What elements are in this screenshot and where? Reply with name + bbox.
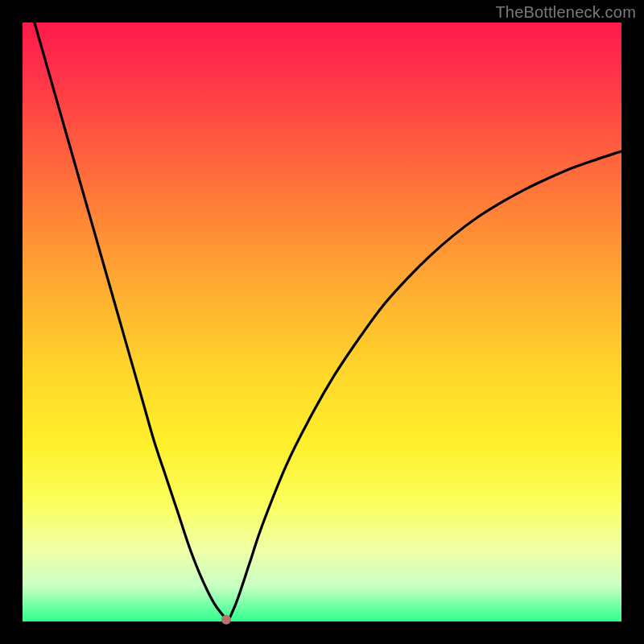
minimum-marker xyxy=(221,615,231,625)
chart-svg xyxy=(23,23,621,621)
watermark-text: TheBottleneck.com xyxy=(495,3,636,22)
chart-frame: TheBottleneck.com xyxy=(0,0,644,644)
plot-area xyxy=(23,23,621,621)
bottleneck-curve xyxy=(35,23,621,620)
